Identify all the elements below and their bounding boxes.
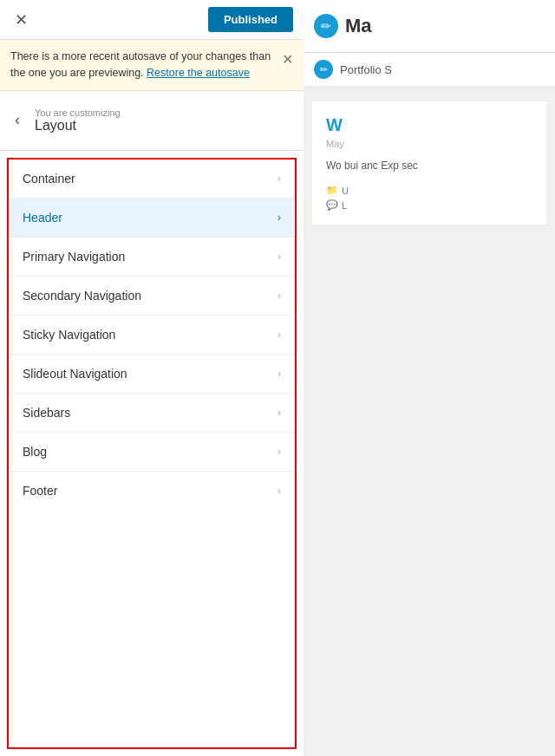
menu-item-label: Sidebars	[23, 406, 70, 420]
site-logo-icon: ✏	[314, 14, 338, 38]
menu-item-label: Footer	[23, 484, 57, 498]
customizing-header: ‹ You are customizing Layout	[0, 91, 304, 151]
chevron-icon: ›	[278, 251, 281, 263]
comment-icon: 💬	[326, 199, 338, 211]
chevron-icon: ›	[278, 212, 281, 224]
left-panel: ✕ Published There is a more recent autos…	[0, 0, 304, 756]
sub-icon-glyph: ✏	[320, 64, 328, 75]
blog-preview: W May Wo bui anc Exp sec 📁 U 💬 L	[312, 101, 546, 225]
chevron-icon: ›	[278, 368, 281, 380]
autosave-notice: There is a more recent autosave of your …	[0, 40, 304, 91]
menu-list-container: Container › Header › Primary Navigation …	[7, 158, 297, 750]
chevron-icon: ›	[278, 407, 281, 419]
blog-text-preview: Wo bui anc Exp sec	[326, 158, 532, 174]
site-title-preview: Ma	[345, 15, 372, 37]
blog-meta: 📁 U 💬 L	[326, 185, 532, 211]
right-panel: ✏ Ma ✏ Portfolio S W May Wo bui anc Exp …	[304, 0, 555, 756]
blog-meta-item-1: 📁 U	[326, 185, 532, 196]
blog-title-preview: W	[326, 115, 532, 135]
menu-item-slideout-navigation[interactable]: Slideout Navigation ›	[9, 355, 295, 394]
site-header-preview: ✏ Ma	[304, 0, 555, 53]
blog-meta-item-2: 💬 L	[326, 199, 532, 211]
menu-item-header[interactable]: Header ›	[9, 199, 295, 238]
menu-item-label: Header	[23, 211, 62, 225]
close-button[interactable]: ✕	[10, 10, 31, 30]
site-sub-icon: ✏	[314, 60, 333, 79]
menu-item-label: Secondary Navigation	[23, 289, 141, 303]
chevron-icon: ›	[278, 329, 281, 341]
menu-item-primary-navigation[interactable]: Primary Navigation ›	[9, 238, 295, 277]
folder-icon: 📁	[326, 185, 338, 196]
chevron-icon: ›	[278, 485, 281, 497]
menu-item-footer[interactable]: Footer ›	[9, 472, 295, 510]
menu-item-secondary-navigation[interactable]: Secondary Navigation ›	[9, 277, 295, 316]
logo-icon-glyph: ✏	[321, 19, 331, 33]
top-bar: ✕ Published	[0, 0, 304, 40]
menu-item-label: Sticky Navigation	[23, 328, 115, 342]
chevron-icon: ›	[278, 446, 281, 458]
chevron-icon: ›	[278, 173, 281, 185]
blog-date-preview: May	[326, 139, 532, 149]
site-subheader-preview: ✏ Portfolio S	[304, 53, 555, 88]
publish-button[interactable]: Published	[208, 7, 293, 32]
menu-list: Container › Header › Primary Navigation …	[9, 160, 295, 510]
menu-item-sidebars[interactable]: Sidebars ›	[9, 394, 295, 433]
restore-link[interactable]: Restore the autosave	[147, 67, 250, 79]
customizing-label: You are customizing	[35, 108, 121, 118]
menu-item-blog[interactable]: Blog ›	[9, 433, 295, 472]
notice-close-button[interactable]: ✕	[282, 49, 293, 70]
menu-item-sticky-navigation[interactable]: Sticky Navigation ›	[9, 316, 295, 355]
customizing-text: You are customizing Layout	[35, 108, 121, 134]
chevron-icon: ›	[278, 290, 281, 302]
menu-item-label: Blog	[23, 445, 47, 459]
autosave-text: There is a more recent autosave of your …	[10, 49, 275, 81]
menu-item-container[interactable]: Container ›	[9, 160, 295, 199]
back-button[interactable]: ‹	[0, 103, 35, 138]
menu-item-label: Container	[23, 172, 75, 186]
menu-item-label: Primary Navigation	[23, 250, 125, 264]
menu-item-label: Slideout Navigation	[23, 367, 127, 381]
customizing-title: Layout	[35, 118, 121, 134]
site-sub-text: Portfolio S	[340, 63, 392, 76]
